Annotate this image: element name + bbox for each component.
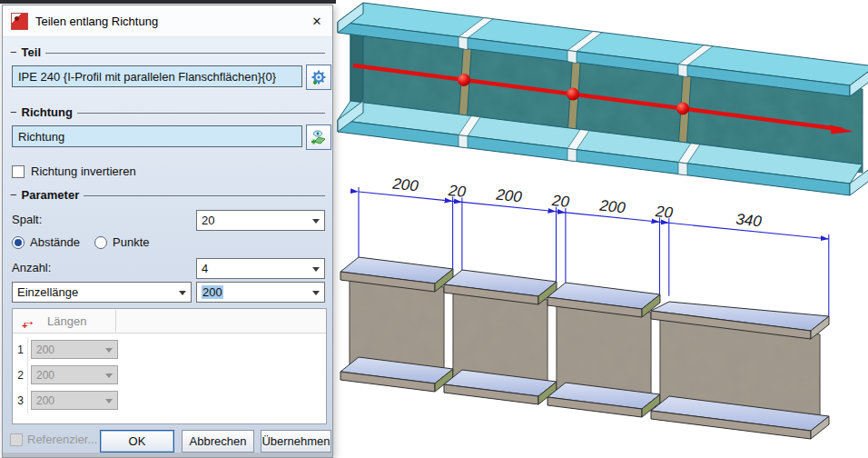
ok-button[interactable]: OK xyxy=(100,430,174,453)
dimension-label: 340 xyxy=(735,211,763,231)
length-value: 200 xyxy=(36,344,54,356)
anzahl-value: 4 xyxy=(202,262,208,275)
part-value: IPE 240 {I-Profil mit parallelen Flansch… xyxy=(18,70,276,84)
dropdown-arrow-icon xyxy=(312,267,320,275)
dropdown-arrow-icon xyxy=(105,399,113,407)
referenzieren-checkbox xyxy=(10,433,23,446)
abstaende-label: Abstände xyxy=(30,235,80,249)
direction-input[interactable]: Richtung xyxy=(12,125,302,147)
direction-select-button[interactable] xyxy=(306,124,331,150)
group-teil-label: Teil xyxy=(22,45,41,59)
dimension-label: 20 xyxy=(550,192,570,211)
group-rule xyxy=(45,53,325,54)
dropdown-arrow-icon xyxy=(312,219,320,227)
gear-select-icon xyxy=(310,68,328,86)
direction-select-icon xyxy=(310,128,328,146)
group-rule xyxy=(77,113,325,114)
application-window: { "window": { "title": "Teilen entlang R… xyxy=(0,0,868,458)
beam-segment-1 xyxy=(340,257,453,392)
row-index: 1 xyxy=(14,337,28,363)
dialog-titlebar[interactable]: Teilen entlang Richtung ✕ xyxy=(3,5,332,37)
invert-direction-checkbox[interactable] xyxy=(12,165,25,178)
apply-button[interactable]: Übernehmen xyxy=(261,430,331,453)
dimension-label: 20 xyxy=(654,203,674,222)
dropdown-arrow-icon xyxy=(312,291,320,299)
group-parameter-label: Parameter xyxy=(22,188,80,202)
beam-segment-2 xyxy=(444,270,557,404)
length-combobox-disabled: 200 xyxy=(31,340,118,359)
division-point xyxy=(567,88,579,101)
length-mode-combobox[interactable]: Einzellänge xyxy=(12,282,192,303)
dropdown-arrow-icon xyxy=(179,291,186,299)
row-index: 2 xyxy=(14,363,28,388)
spalt-value: 20 xyxy=(202,214,214,227)
anzahl-label: Anzahl: xyxy=(12,261,51,274)
length-mode-value: Einzellänge xyxy=(17,285,78,299)
invert-direction-label: Richtung invertieren xyxy=(31,164,136,178)
divided-beam-segments-3d xyxy=(340,257,829,439)
collapse-icon[interactable]: − xyxy=(10,45,17,59)
length-value: 200 xyxy=(36,369,54,382)
spalt-combobox[interactable]: 20 xyxy=(196,210,325,231)
length-combobox-disabled: 200 xyxy=(31,365,118,384)
dimension-label: 200 xyxy=(597,197,626,217)
punkte-label: Punkte xyxy=(113,235,149,249)
dimension-label: 20 xyxy=(447,182,467,201)
app-icon xyxy=(11,13,28,30)
lengths-table: → + Längen 1 200 2 200 3 200 xyxy=(12,308,327,424)
einzellaenge-combobox[interactable]: 200 xyxy=(196,282,325,303)
table-row: 3 200 xyxy=(14,388,123,413)
table-row: 2 200 xyxy=(14,363,123,388)
anzahl-combobox[interactable]: 4 xyxy=(196,258,325,279)
part-input[interactable]: IPE 240 {I-Profil mit parallelen Flansch… xyxy=(12,65,302,87)
group-teil-header: − Teil xyxy=(10,45,325,59)
add-length-button[interactable]: → + xyxy=(22,314,45,328)
referenzieren-label: Referenzier... xyxy=(27,433,97,446)
punkte-radio[interactable] xyxy=(94,236,107,249)
collapse-icon[interactable]: − xyxy=(10,188,17,202)
row-index: 3 xyxy=(14,388,28,413)
group-parameter-header: − Parameter xyxy=(10,188,325,202)
spalt-label: Spalt: xyxy=(12,213,42,226)
collapse-icon[interactable]: − xyxy=(10,105,17,119)
group-richtung-header: − Richtung xyxy=(10,105,325,119)
dimension-label: 200 xyxy=(494,186,523,206)
dimension-label: 200 xyxy=(390,175,419,195)
lengths-column-header: Längen xyxy=(47,314,86,328)
close-icon[interactable]: ✕ xyxy=(301,9,332,33)
dropdown-arrow-icon xyxy=(105,348,113,356)
lengths-table-header: → + Längen xyxy=(13,309,326,334)
add-length-plus-icon: + xyxy=(22,320,27,331)
dialog-title: Teilen entlang Richtung xyxy=(35,15,158,28)
division-point xyxy=(458,74,470,86)
table-row: 1 200 xyxy=(14,337,123,363)
background-window-edge xyxy=(0,0,336,4)
abstaende-radio[interactable] xyxy=(12,236,25,249)
einzellaenge-value: 200 xyxy=(202,285,223,299)
length-combobox-disabled: 200 xyxy=(31,391,118,410)
part-select-button[interactable] xyxy=(306,65,331,90)
beam-segment-3 xyxy=(547,283,660,417)
group-rule xyxy=(84,195,325,196)
length-value: 200 xyxy=(36,394,54,407)
direction-value: Richtung xyxy=(18,130,64,144)
column-separator xyxy=(115,310,116,332)
division-point xyxy=(676,102,689,114)
cancel-button[interactable]: Abbrechen xyxy=(182,430,254,453)
group-richtung-label: Richtung xyxy=(22,105,73,119)
divide-along-direction-dialog: Teilen entlang Richtung ✕ − Teil IPE 240… xyxy=(2,5,333,458)
dialog-resize-edge[interactable] xyxy=(3,453,332,457)
beam-segment-4 xyxy=(651,302,829,439)
dimension-labels: 200 20 200 20 200 20 340 xyxy=(390,175,763,231)
dropdown-arrow-icon xyxy=(105,373,113,382)
